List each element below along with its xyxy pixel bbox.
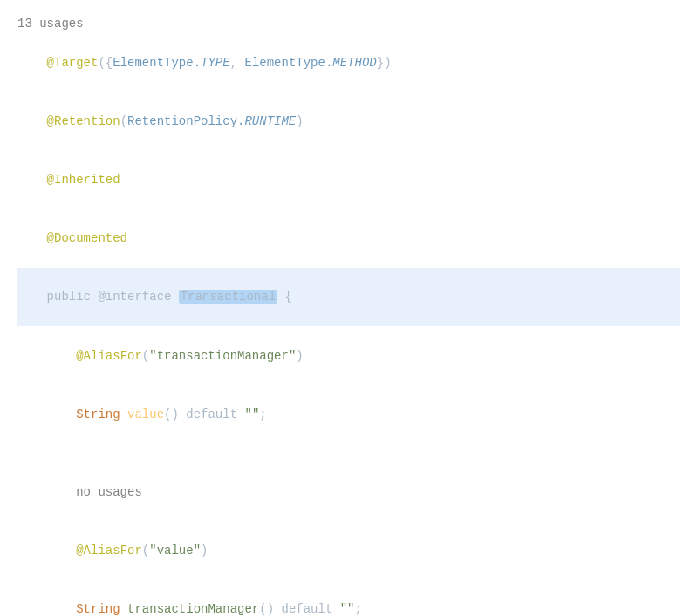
kw-string2: String — [76, 602, 120, 616]
annotation-aliasfor-1: @AliasFor — [76, 349, 142, 363]
string-value: "value" — [149, 544, 201, 558]
line-documented: @Documented — [17, 209, 680, 268]
line-retention: @Retention(RetentionPolicy.RUNTIME) — [17, 92, 680, 151]
method-transaction-manager: transactionManager — [127, 602, 259, 616]
string-empty-1: "" — [244, 407, 259, 421]
kw-string: String — [76, 407, 120, 421]
line-string-value: String value() default ""; — [17, 385, 680, 443]
string-empty-2: "" — [340, 602, 355, 616]
line-alias-manager: @AliasFor("transactionManager") — [17, 326, 680, 385]
elementtype-ref: ElementType. — [113, 56, 201, 70]
string-transactionmanager: "transactionManager" — [149, 349, 296, 363]
no-usages-label: no usages — [47, 485, 142, 499]
usages-count: 13 usages — [17, 14, 680, 33]
retentionpolicy-ref: RetentionPolicy. — [127, 114, 244, 128]
annotation-target: @Target — [47, 56, 99, 70]
runtime-keyword: RUNTIME — [244, 114, 296, 128]
annotation-inherited: @Inherited — [47, 173, 120, 187]
annotation-documented: @Documented — [47, 231, 127, 245]
line-no-usages: no usages — [17, 463, 680, 522]
method-keyword: METHOD — [332, 56, 376, 70]
elementtype-ref2: ElementType. — [244, 56, 332, 70]
line-interface: public @interface Transactional { — [17, 268, 680, 326]
empty-1 — [17, 444, 680, 463]
annotation-retention: @Retention — [47, 114, 120, 128]
line-alias-value: @AliasFor("value") — [17, 522, 680, 580]
line-transaction-manager: String transactionManager() default ""; — [17, 580, 680, 616]
line-inherited: @Inherited — [17, 151, 680, 209]
type-keyword: TYPE — [201, 56, 230, 70]
code-container: 13 usages @Target({ElementType.TYPE, Ele… — [0, 0, 697, 616]
line-target: @Target({ElementType.TYPE, ElementType.M… — [17, 33, 680, 92]
method-value: value — [127, 407, 164, 421]
annotation-aliasfor-2: @AliasFor — [76, 544, 142, 558]
interface-name-highlight: Transactional — [179, 290, 277, 304]
